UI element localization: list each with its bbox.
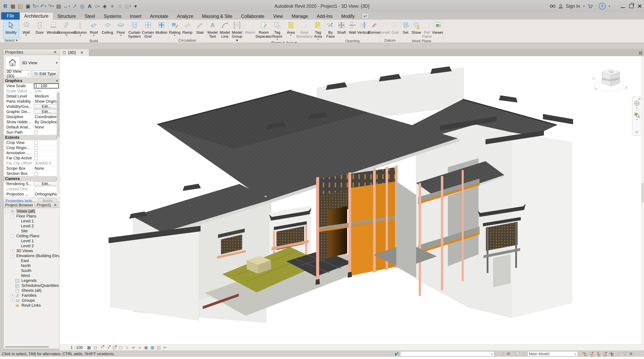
minimize-button[interactable]	[621, 2, 625, 10]
tree-item-revit-links[interactable]: Revit Links	[4, 303, 59, 308]
show-crop-region-icon[interactable]: ▢	[118, 345, 124, 350]
text-icon[interactable]: A	[86, 2, 94, 11]
tree-item-ceiling-plans[interactable]: −Ceiling Plans	[4, 233, 59, 238]
panel-label-opening[interactable]: Opening	[325, 39, 380, 43]
dropdown-caret-icon[interactable]: ▾	[120, 35, 122, 36]
worksets-icon[interactable]	[394, 351, 400, 356]
checkbox[interactable]	[34, 131, 38, 134]
tree-expander-icon[interactable]: +	[11, 299, 14, 302]
checkbox[interactable]	[34, 156, 38, 160]
ribbon-tab-file[interactable]: File	[1, 12, 20, 20]
drag-elements-on-selection-icon[interactable]	[608, 351, 615, 356]
floor-button[interactable]: Floor▾	[114, 20, 128, 39]
navbar-close-icon[interactable]: ⊗	[638, 98, 641, 100]
ribbon-tab-structure[interactable]: Structure	[53, 13, 80, 20]
dropdown-caret-icon[interactable]: ▾	[68, 5, 70, 8]
dropdown-caret-icon[interactable]: ▾	[276, 39, 278, 40]
drawing-canvas-3d-view[interactable]: TOP FRONT RIGHT S E W ⊗ ▾ ▾	[60, 56, 644, 344]
temporary-view-properties-icon[interactable]: ▣	[143, 345, 149, 350]
shadows-off-icon[interactable]: ◑✕	[105, 345, 111, 350]
property-group-camera[interactable]: Camera»	[4, 176, 59, 181]
tree-item-elevations-building-elevation[interactable]: −Elevations (Building Elevation	[4, 253, 59, 258]
panel-label-build[interactable]: Build	[20, 39, 168, 43]
viewcube[interactable]: TOP FRONT RIGHT S E W	[592, 66, 630, 96]
dormer-button[interactable]: Dormer	[369, 20, 380, 39]
revit-logo-icon[interactable]: R	[2, 2, 9, 11]
property-value[interactable]: Coordination	[34, 115, 57, 119]
dropdown-caret-icon[interactable]: ▾	[66, 35, 67, 36]
dropdown-caret-icon[interactable]: ▾	[93, 35, 94, 36]
undo-icon[interactable]: ↶▾	[40, 2, 47, 11]
ribbon-tab-architecture[interactable]: Architecture	[20, 12, 53, 20]
panel-label-work-plane[interactable]: Work Plane	[400, 39, 443, 43]
properties-scrollbar[interactable]	[57, 91, 59, 194]
ribbon-tab-insert[interactable]: Insert	[126, 13, 146, 20]
property-value-cell[interactable]: 100	[33, 89, 59, 94]
ribbon-minimize-caret-icon[interactable]: ▾	[366, 14, 367, 18]
property-value[interactable]: Medium	[34, 94, 49, 99]
dropdown-caret-icon[interactable]: ▾	[98, 5, 100, 8]
tree-item-level-1[interactable]: Level 1	[4, 238, 59, 243]
tree-item-level-1[interactable]: Level 1	[4, 219, 59, 224]
help-icon[interactable]: ?	[599, 3, 606, 10]
ribbon-tab-systems[interactable]: Systems	[100, 13, 126, 20]
vertical-button[interactable]: Vertical	[358, 20, 369, 39]
ribbon-minimize-control[interactable]: ▴▾	[362, 13, 369, 19]
ribbon-tab-add-ins[interactable]: Add-Ins	[312, 13, 337, 20]
property-value[interactable]: 100	[34, 89, 41, 93]
open-icon[interactable]: ◱	[17, 2, 24, 11]
restore-button[interactable]	[628, 2, 634, 10]
print-icon[interactable]: ▤	[55, 2, 62, 11]
project-browser-close-icon[interactable]: ✕	[53, 203, 58, 207]
ceiling-button[interactable]: Ceiling	[101, 20, 114, 39]
property-value-cell[interactable]: Edit...	[33, 104, 59, 109]
select-pinned-elements-icon[interactable]	[595, 351, 602, 356]
tree-item-groups[interactable]: +Groups	[4, 298, 59, 303]
property-value-cell[interactable]: None	[33, 166, 59, 171]
panel-label-circulation[interactable]: Circulation	[168, 38, 206, 43]
property-value-cell[interactable]: Edit...	[33, 109, 59, 114]
set-button[interactable]: Set	[400, 20, 411, 39]
ramp-button[interactable]: Ramp	[181, 20, 194, 38]
tree-item-west[interactable]: West	[4, 273, 59, 278]
property-value-cell[interactable]: 304800.0	[33, 161, 59, 166]
properties-close-icon[interactable]: ✕	[53, 50, 58, 55]
dropdown-caret-icon[interactable]: ▾	[80, 35, 81, 36]
tree-expander-icon[interactable]: −	[6, 210, 9, 213]
navigation-bar[interactable]: ⊗ ▾ ▾ ⊖	[632, 97, 642, 136]
tree-item-3d-views[interactable]: +3D Views	[4, 248, 59, 253]
checkbox[interactable]	[34, 141, 38, 145]
tree-item-east[interactable]: East	[4, 258, 59, 263]
property-value[interactable]: None	[34, 166, 44, 171]
ribbon-tab-manage[interactable]: Manage	[287, 13, 312, 20]
property-group-graphics[interactable]: Graphics»	[4, 78, 59, 84]
user-icon[interactable]	[558, 2, 563, 10]
property-value[interactable]: None	[34, 125, 44, 129]
dropdown-caret-icon[interactable]: ▾	[37, 5, 39, 8]
selection-filter-icon[interactable]	[622, 351, 628, 356]
tree-item-legends[interactable]: Legends	[4, 278, 59, 283]
save-icon[interactable]: ▣	[24, 2, 32, 11]
tree-item-schedules-quantities-all[interactable]: Schedules/Quantities (all)	[4, 283, 59, 288]
close-button[interactable]: ✕	[638, 2, 642, 10]
window-button[interactable]: Window	[46, 20, 60, 39]
highlight-displacement-sets-icon[interactable]: ◫	[156, 345, 162, 350]
dropdown-caret-icon[interactable]: ▾	[130, 5, 131, 8]
panel-label-select[interactable]: Select ▾	[3, 38, 19, 43]
zoom-caret-icon[interactable]: ▾	[636, 118, 638, 121]
default-3d-view-icon[interactable]: ⌂▾	[94, 2, 101, 11]
crop-view-off-icon[interactable]: ◳✕	[112, 345, 117, 350]
property-value[interactable]: 304800.0	[34, 161, 51, 166]
navbar-collapse-icon[interactable]: ⊖	[635, 130, 638, 134]
sign-in-caret-icon[interactable]: ▾	[583, 5, 584, 8]
collapse-chevron-icon[interactable]: »	[54, 80, 59, 82]
dropdown-caret-icon[interactable]: ▾	[45, 5, 46, 8]
edit-button[interactable]: Edit...	[34, 109, 59, 114]
detail-level-icon[interactable]: ▦	[86, 345, 92, 350]
select-links-icon[interactable]	[582, 351, 588, 356]
dropdown-caret-icon[interactable]: ▾	[52, 5, 54, 8]
tag-area-button[interactable]: 1Tag Area▾	[311, 20, 325, 41]
sign-in-label[interactable]: Sign In	[566, 4, 580, 9]
dropdown-caret-icon[interactable]: ▾	[174, 35, 175, 36]
viewer-button[interactable]: Viewer	[432, 20, 443, 39]
